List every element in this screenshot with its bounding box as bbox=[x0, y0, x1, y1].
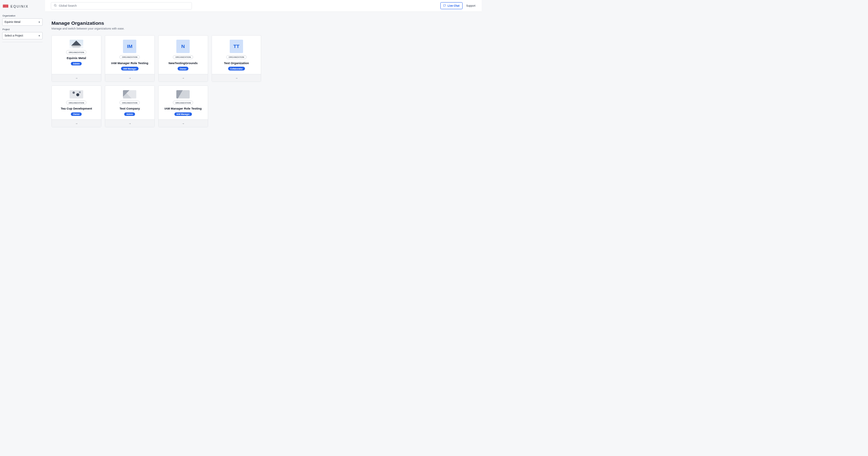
organization-card-body: ORGANIZATIONTea Cup DevelopmentOwner bbox=[52, 86, 101, 120]
arrow-right-icon: → bbox=[128, 122, 131, 125]
arrow-right-icon: → bbox=[182, 76, 185, 80]
svg-line-1 bbox=[56, 6, 56, 7]
organization-card[interactable]: ORGANIZATIONTest CompanyAdmin→ bbox=[105, 86, 155, 127]
type-badge: ORGANIZATION bbox=[120, 101, 140, 104]
role-badge: Owner bbox=[71, 112, 82, 116]
main: Live Chat Support Manage Organizations M… bbox=[45, 0, 482, 253]
organization-name: Test Organization bbox=[224, 61, 249, 65]
project-select[interactable]: Select a Project ▼ bbox=[2, 32, 43, 39]
organization-thumbnail-image bbox=[123, 90, 136, 99]
role-badge: IAM Manager bbox=[121, 67, 138, 70]
page-title: Manage Organizations bbox=[52, 20, 475, 26]
organization-card[interactable]: TTORGANIZATIONTest OrganizationCollabora… bbox=[212, 35, 261, 82]
search-icon bbox=[54, 4, 57, 8]
organization-thumbnail-initials: TT bbox=[230, 40, 243, 53]
role-badge: Collaborator bbox=[228, 67, 245, 70]
organization-open-button[interactable]: → bbox=[105, 120, 154, 127]
organization-open-button[interactable]: → bbox=[159, 74, 208, 82]
organization-card-body: ORGANIZATIONEquinix MetalAdmin bbox=[52, 36, 101, 74]
organization-name: NewTestingGrounds bbox=[168, 61, 197, 65]
role-badge: Admin bbox=[124, 112, 135, 116]
arrow-right-icon: → bbox=[75, 76, 78, 80]
project-label: Project bbox=[3, 28, 43, 31]
organization-open-button[interactable]: → bbox=[52, 120, 101, 127]
organization-card-body: NORGANIZATIONNewTestingGroundsOwner bbox=[159, 36, 208, 74]
organization-cards-grid: ORGANIZATIONEquinix MetalAdmin→IMORGANIZ… bbox=[52, 35, 261, 128]
type-badge: ORGANIZATION bbox=[226, 55, 247, 59]
role-badge: Owner bbox=[178, 67, 188, 70]
organization-thumbnail-image bbox=[69, 90, 83, 99]
organization-name: IAM Manager Role Testing bbox=[111, 61, 148, 65]
sidebar: EQUINIX Organization Equinix Metal ▼ Pro… bbox=[0, 0, 45, 253]
brand-logo[interactable]: EQUINIX bbox=[2, 3, 43, 13]
organization-card[interactable]: NORGANIZATIONNewTestingGroundsOwner→ bbox=[158, 35, 208, 82]
search-input[interactable] bbox=[59, 4, 189, 7]
support-link[interactable]: Support bbox=[465, 3, 476, 9]
organization-open-button[interactable]: → bbox=[105, 74, 154, 82]
organization-card[interactable]: ORGANIZATIONEquinix MetalAdmin→ bbox=[52, 35, 101, 82]
organization-name: Equinix Metal bbox=[67, 56, 86, 60]
arrow-right-icon: → bbox=[128, 76, 131, 80]
organization-card-body: ORGANIZATIONTest CompanyAdmin bbox=[105, 86, 154, 120]
sidebar-divider bbox=[2, 42, 43, 42]
chevron-down-icon: ▼ bbox=[38, 35, 40, 37]
organization-card-body: ORGANIZATIONIAM Manager Role TestingIAM … bbox=[159, 86, 208, 120]
organization-card[interactable]: IMORGANIZATIONIAM Manager Role TestingIA… bbox=[105, 35, 155, 82]
page-subtitle: Manage and switch between your organizat… bbox=[52, 27, 475, 30]
organization-card-body: IMORGANIZATIONIAM Manager Role TestingIA… bbox=[105, 36, 154, 74]
global-search[interactable] bbox=[51, 2, 192, 9]
type-badge: ORGANIZATION bbox=[66, 50, 86, 54]
type-badge: ORGANIZATION bbox=[66, 101, 86, 104]
organization-thumbnail-image bbox=[176, 90, 190, 99]
brand-name: EQUINIX bbox=[10, 5, 29, 8]
organization-name: Tea Cup Development bbox=[61, 107, 92, 110]
organization-thumbnail-image bbox=[69, 40, 83, 48]
live-chat-label: Live Chat bbox=[448, 4, 459, 7]
type-badge: ORGANIZATION bbox=[173, 101, 193, 104]
organization-open-button[interactable]: → bbox=[52, 74, 101, 82]
type-badge: ORGANIZATION bbox=[120, 55, 140, 59]
organization-open-button[interactable]: → bbox=[212, 74, 261, 82]
chevron-down-icon: ▼ bbox=[38, 21, 40, 23]
type-badge: ORGANIZATION bbox=[173, 55, 193, 59]
organization-selected-value: Equinix Metal bbox=[4, 20, 20, 24]
role-badge: Admin bbox=[71, 62, 82, 65]
arrow-right-icon: → bbox=[235, 76, 238, 80]
equinix-logo-icon bbox=[3, 4, 9, 8]
organization-name: IAM Manager Role Testing bbox=[164, 107, 202, 110]
svg-point-0 bbox=[54, 4, 56, 6]
organization-thumbnail-initials: N bbox=[176, 40, 190, 53]
content: Manage Organizations Manage and switch b… bbox=[45, 12, 482, 136]
arrow-right-icon: → bbox=[75, 122, 78, 125]
chat-icon bbox=[443, 4, 446, 8]
organization-card-body: TTORGANIZATIONTest OrganizationCollabora… bbox=[212, 36, 261, 74]
arrow-right-icon: → bbox=[182, 122, 185, 125]
organization-label: Organization bbox=[3, 14, 43, 17]
organization-select[interactable]: Equinix Metal ▼ bbox=[2, 19, 43, 26]
role-badge: IAM Manager bbox=[175, 112, 192, 116]
topbar: Live Chat Support bbox=[45, 0, 482, 12]
project-selected-value: Select a Project bbox=[4, 34, 23, 37]
organization-name: Test Company bbox=[120, 107, 140, 110]
organization-card[interactable]: ORGANIZATIONTea Cup DevelopmentOwner→ bbox=[52, 86, 101, 127]
live-chat-button[interactable]: Live Chat bbox=[440, 2, 463, 9]
organization-thumbnail-initials: IM bbox=[123, 40, 136, 53]
organization-card[interactable]: ORGANIZATIONIAM Manager Role TestingIAM … bbox=[158, 86, 208, 127]
organization-open-button[interactable]: → bbox=[159, 120, 208, 127]
